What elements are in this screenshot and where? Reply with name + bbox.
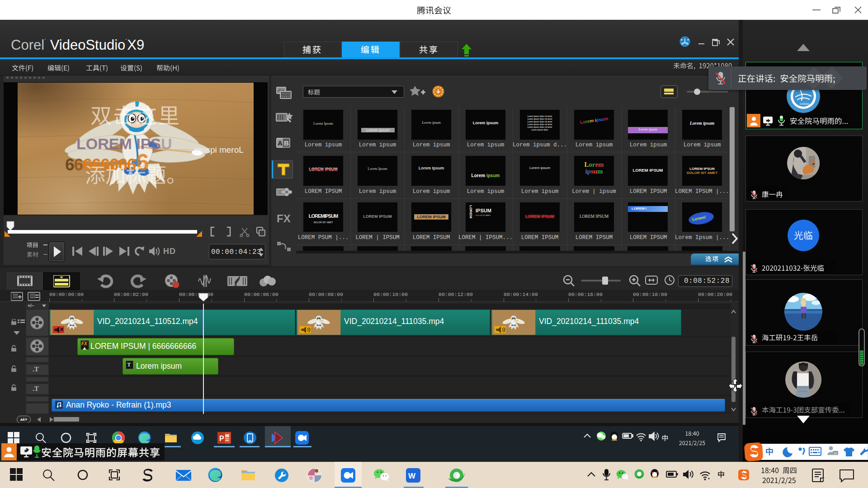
svg-text:10: 10 xyxy=(833,451,837,455)
svg-text:B: B xyxy=(284,139,289,147)
svg-text:P: P xyxy=(219,435,224,442)
svg-text:COEDC: COEDC xyxy=(800,103,810,105)
svg-text:W: W xyxy=(408,472,416,480)
svg-text:FX: FX xyxy=(277,212,291,225)
svg-text:A: A xyxy=(278,139,283,147)
